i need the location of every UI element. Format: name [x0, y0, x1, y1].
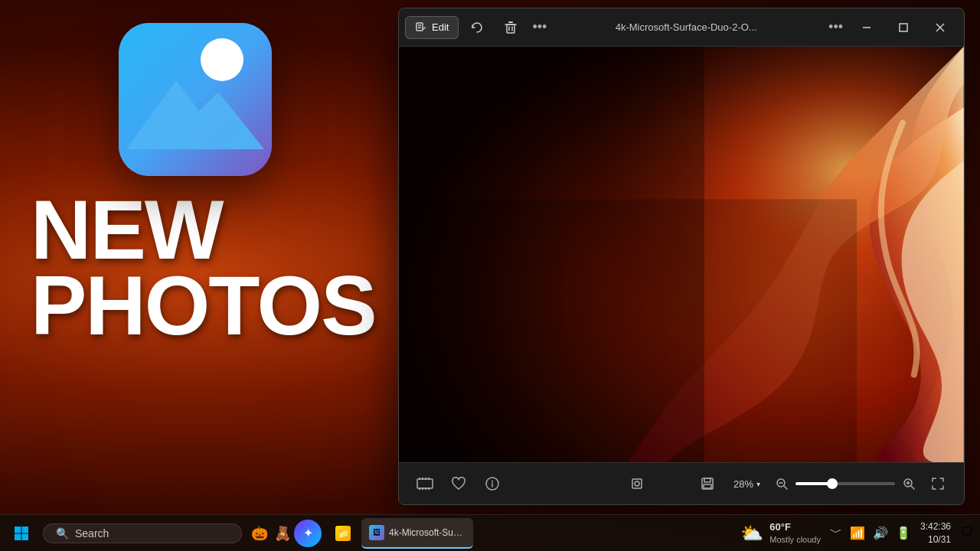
edit-icon [415, 21, 427, 34]
battery-icon[interactable]: 🔋 [896, 526, 911, 540]
photos-app-icon [119, 23, 272, 176]
filmstrip-icon [416, 477, 433, 491]
svg-rect-22 [422, 478, 423, 480]
start-button[interactable] [6, 518, 37, 549]
zoom-controls: 28% ▾ [727, 470, 952, 497]
zoom-percentage[interactable]: 28% ▾ [727, 475, 766, 493]
svg-line-39 [784, 486, 787, 489]
chevron-up-icon[interactable]: ﹀ [830, 525, 842, 541]
delete-button[interactable] [495, 14, 526, 41]
weather-icon: ⛅ [740, 523, 763, 544]
svg-rect-4 [416, 23, 423, 31]
weather-condition: Mostly cloudy [769, 534, 821, 545]
titlebar-left-controls: Edit ••• [405, 14, 550, 41]
window-controls [849, 14, 958, 41]
rotate-icon [470, 21, 484, 34]
window-more-button[interactable]: ••• [822, 19, 849, 35]
fullscreen-button[interactable] [924, 470, 952, 497]
heart-icon [451, 477, 466, 491]
time-display: 3:42:36 [920, 520, 951, 533]
zoom-in-button[interactable] [900, 474, 918, 493]
minimize-button[interactable] [849, 14, 884, 41]
photos-taskbar-icon: 🖼 [369, 525, 384, 540]
window-titlebar: Edit ••• 4k- [399, 8, 964, 47]
taskbar: 🔍 Search 🎃 🧸 ✦ 📁 🖼 4k-Microsoft-Surface-… [0, 514, 980, 551]
svg-line-43 [911, 486, 914, 489]
svg-rect-27 [425, 487, 426, 490]
svg-rect-28 [428, 487, 430, 490]
zoom-slider-container [773, 474, 918, 493]
svg-rect-32 [632, 479, 642, 488]
date-display: 10/31 [928, 533, 951, 546]
svg-rect-19 [399, 199, 857, 462]
close-button[interactable] [923, 14, 958, 41]
edit-label: Edit [432, 21, 449, 33]
window-filename: 4k-Microsoft-Surface-Duo-2-O... [550, 21, 822, 33]
notification-icon[interactable]: 🗨 [960, 525, 974, 541]
svg-rect-0 [119, 23, 272, 176]
favorite-button[interactable] [445, 470, 472, 497]
save-icon [700, 476, 715, 491]
weather-info: 60°F Mostly cloudy [769, 521, 821, 545]
taskbar-app-photos[interactable]: 🖼 4k-Microsoft-Surface-D [361, 518, 473, 549]
save-button[interactable] [694, 470, 721, 497]
fileexplorer-icon: 📁 [335, 526, 351, 541]
svg-rect-7 [507, 24, 514, 33]
new-label: NEW [31, 191, 390, 267]
fullscreen-icon [931, 477, 945, 491]
svg-point-31 [492, 481, 493, 482]
svg-point-33 [635, 481, 639, 486]
windows-logo-icon [14, 526, 29, 541]
svg-rect-36 [704, 484, 711, 488]
zoom-in-icon [903, 478, 915, 490]
svg-rect-46 [15, 533, 21, 540]
filmstrip-button[interactable] [411, 470, 439, 497]
chevron-down-icon: ▾ [756, 480, 760, 488]
svg-rect-44 [15, 527, 21, 533]
photos-window: Edit ••• 4k- [398, 8, 965, 505]
crop-icon [629, 476, 645, 491]
wallpaper-image [399, 47, 964, 462]
emoji-fire: 🎃 [251, 525, 268, 542]
svg-rect-26 [422, 487, 423, 490]
app-icon-container [119, 23, 272, 176]
maximize-icon [899, 23, 908, 32]
taskbar-app-fileexplorer[interactable]: 📁 [328, 518, 358, 549]
taskbar-apps: 📁 🖼 4k-Microsoft-Surface-D [328, 518, 473, 549]
maximize-button[interactable] [886, 14, 921, 41]
svg-rect-21 [419, 478, 420, 480]
close-icon [936, 23, 945, 32]
hero-text: NEW PHOTOS [0, 191, 390, 343]
svg-rect-45 [22, 527, 29, 533]
copilot-icon: ✦ [303, 526, 313, 540]
volume-icon[interactable]: 🔊 [873, 526, 888, 540]
photos-taskbar-label: 4k-Microsoft-Surface-D [389, 527, 466, 538]
left-panel: NEW PHOTOS [0, 0, 390, 490]
svg-rect-25 [419, 487, 420, 490]
edit-button[interactable]: Edit [405, 16, 459, 39]
svg-rect-35 [704, 478, 710, 482]
search-icon: 🔍 [56, 527, 69, 540]
svg-rect-13 [900, 24, 907, 31]
svg-rect-20 [417, 479, 433, 488]
zoom-slider[interactable] [795, 482, 895, 485]
info-icon [485, 476, 500, 491]
clock[interactable]: 3:42:36 10/31 [920, 520, 951, 546]
info-button[interactable] [479, 470, 506, 497]
copilot-button[interactable]: ✦ [294, 520, 322, 547]
system-tray: ﹀ 📶 🔊 🔋 [830, 525, 911, 541]
more-options-button[interactable]: ••• [529, 19, 550, 35]
window-toolbar: 28% ▾ [399, 462, 964, 504]
svg-rect-47 [22, 533, 29, 540]
wifi-icon[interactable]: 📶 [850, 526, 865, 540]
search-bar[interactable]: 🔍 Search [43, 523, 242, 543]
photos-label: PHOTOS [31, 267, 390, 343]
rotate-button[interactable] [462, 14, 492, 41]
svg-rect-24 [428, 478, 430, 480]
minimize-icon [862, 23, 871, 32]
weather-widget[interactable]: ⛅ 60°F Mostly cloudy [740, 521, 821, 545]
zoom-out-button[interactable] [773, 474, 791, 493]
temperature-display: 60°F [769, 521, 821, 534]
taskbar-right: ⛅ 60°F Mostly cloudy ﹀ 📶 🔊 🔋 3:42:36 10/… [740, 520, 974, 546]
crop-button[interactable] [623, 470, 651, 497]
